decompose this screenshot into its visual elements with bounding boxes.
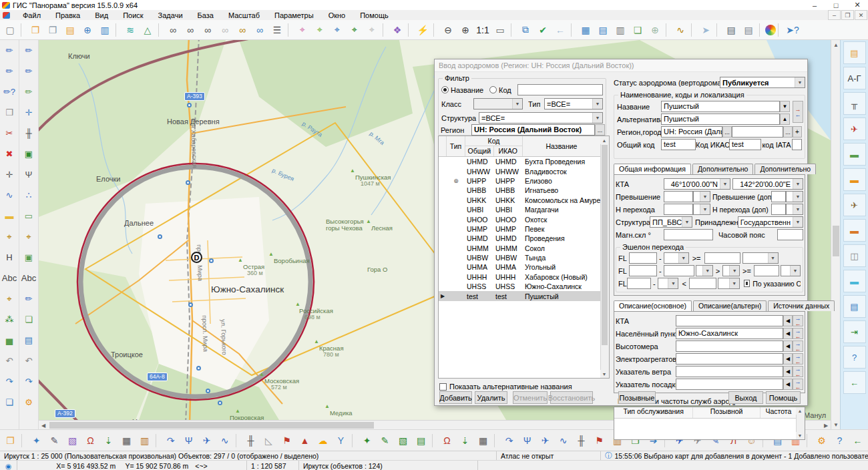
select-database-icon[interactable]: ▤	[594, 22, 612, 38]
transition-add-unit-combo[interactable]: ▼	[786, 204, 803, 215]
filter-search-input[interactable]	[517, 84, 603, 95]
letter-h-icon[interactable]: H	[0, 247, 19, 268]
create-by-type-icon[interactable]: ✏?	[0, 81, 19, 102]
excel-to-db-icon[interactable]: ⇥	[843, 320, 866, 343]
undo-icon[interactable]: ↶	[0, 350, 19, 371]
airport-row[interactable]: UHMDUHMDПроведения	[439, 234, 602, 243]
globe-icon[interactable]: ◉	[0, 461, 17, 470]
export-signs-icon[interactable]: ✎	[376, 432, 394, 449]
mdi-minimize-button[interactable]: –	[828, 10, 841, 20]
route-points-icon[interactable]: ∿	[672, 22, 689, 38]
fl2-value-input[interactable]	[754, 265, 779, 276]
select-green-box-icon[interactable]: ▣	[19, 247, 38, 268]
airport-row[interactable]: UHMAUHMAУгольный	[439, 262, 602, 272]
ovd-checkbox[interactable]	[744, 280, 750, 287]
common-code-input[interactable]: test	[661, 139, 696, 150]
zoom-1-1-icon[interactable]: 1:1	[474, 22, 491, 38]
settings-gear-icon[interactable]: ⚙	[19, 392, 38, 413]
select-map-icon[interactable]: ❏	[629, 22, 646, 38]
callsigns-button[interactable]: Позывные	[618, 391, 656, 404]
delete-object-icon[interactable]: ✖	[0, 144, 19, 164]
fl3-value-input[interactable]	[689, 278, 716, 289]
fl2-unit-combo[interactable]: ▼	[696, 265, 713, 276]
restore-button[interactable]: Восстановить	[550, 391, 593, 404]
map-omega-icon[interactable]: Ω	[438, 432, 456, 449]
chart-bars-icon[interactable]: ▅	[0, 330, 19, 350]
search-previous-icon[interactable]: ∞	[216, 22, 234, 38]
highlight-a-icon[interactable]: ⌖	[0, 226, 19, 247]
menu-file[interactable]: Файл	[15, 11, 48, 19]
layers-icon[interactable]: ≋	[122, 22, 139, 38]
dialog-title[interactable]: Ввод аэродромов (Регион: UH: Россия (Дал…	[435, 59, 807, 72]
help-book-icon[interactable]: ?	[843, 346, 866, 369]
current-scale[interactable]: 1 : 120 587	[247, 461, 299, 470]
transition-unit-combo[interactable]: ▼	[693, 204, 710, 215]
wind-prev-button[interactable]: ◀	[783, 366, 793, 377]
column-icao[interactable]: ИКАО	[494, 146, 523, 156]
color-settings-icon[interactable]	[765, 25, 776, 35]
column-code[interactable]: Код	[465, 136, 522, 146]
fl1-value-unit-combo[interactable]: ▼	[742, 252, 779, 264]
minimize-button[interactable]: –	[804, 0, 825, 10]
cancel-button[interactable]: Отменить	[513, 391, 548, 404]
select-table-icon[interactable]: ▦	[577, 22, 594, 38]
scroll-up-icon[interactable]: ▲	[831, 40, 841, 49]
open-database-icon[interactable]: ▤	[61, 22, 79, 38]
new-document-icon[interactable]: ▢	[1, 22, 19, 38]
node-points-icon[interactable]: ∴	[19, 185, 38, 206]
transition-add-input[interactable]	[771, 204, 786, 215]
kta-lon-combo[interactable]: 142°20'00.00"E▼	[732, 178, 803, 190]
airport-row[interactable]: UHMPUHMPПевек	[439, 224, 602, 234]
region-browse-button[interactable]: ...	[595, 124, 605, 136]
settings-icon[interactable]: ⚙	[813, 432, 831, 449]
airport-row[interactable]: UHMDUHMDБухта Проведения	[439, 157, 602, 166]
city-add-button[interactable]: +	[793, 126, 802, 138]
ownership-combo[interactable]: Государственн▼	[738, 216, 803, 228]
settlement-prev-button[interactable]: ◀	[783, 328, 793, 339]
import-vector-icon[interactable]: ⇣	[99, 432, 118, 449]
exit-door-icon[interactable]: ←	[843, 371, 866, 394]
elevation-add-input[interactable]	[771, 191, 786, 202]
generators-input[interactable]	[676, 353, 783, 365]
desc-kta-sync-button[interactable]: →←	[793, 315, 803, 326]
redo-2-icon[interactable]: ↷	[19, 371, 38, 392]
mdi-restore-button[interactable]: ❐	[841, 10, 854, 20]
confirm-select-icon[interactable]: ✔	[534, 22, 552, 38]
attributes-icon[interactable]: ▥	[612, 22, 629, 38]
fl3-unit-combo[interactable]: ▼	[658, 278, 679, 289]
column-frequency[interactable]: Частота	[761, 407, 797, 418]
highlight-polygon-icon[interactable]: ⌖	[311, 22, 329, 38]
timezone-input[interactable]	[777, 229, 803, 240]
fl2-from-input[interactable]	[629, 265, 657, 276]
create-graph-icon[interactable]: ✏	[19, 288, 38, 309]
export-db-icon[interactable]: ▤	[412, 432, 430, 449]
delete-button[interactable]: Удалить	[475, 391, 507, 404]
print-icon[interactable]: ▤	[722, 22, 740, 38]
zoom-in-icon[interactable]: ⊕	[457, 22, 474, 38]
import-fork-icon[interactable]: Ψ	[180, 432, 198, 449]
menu-database[interactable]: База	[190, 11, 221, 19]
airport-row[interactable]: UHWWUHWWВладивосток	[439, 166, 602, 176]
pier-dimensions-icon[interactable]: ╥	[843, 92, 866, 115]
runway-orange-icon[interactable]: ▬	[843, 168, 866, 191]
import-signs-icon[interactable]: ✎	[45, 432, 63, 449]
redo-icon[interactable]: ↷	[0, 371, 19, 392]
map-composition-icon[interactable]: △	[139, 22, 156, 38]
runway-pair-icon[interactable]: ▭	[19, 206, 38, 226]
menu-search[interactable]: Поиск	[116, 11, 150, 19]
import-antenna-icon[interactable]: Y	[332, 432, 350, 449]
scroll-down-icon[interactable]: ▼	[600, 370, 608, 378]
fl1-unit-combo[interactable]: ▼	[664, 252, 689, 264]
structure-combo[interactable]: =ВСЕ=▼	[479, 112, 603, 124]
scroll-up-icon[interactable]: ▲	[796, 407, 804, 415]
edit-polyline-icon[interactable]: ∿	[0, 185, 19, 206]
menu-help[interactable]: Помощь	[353, 11, 396, 19]
acn-pcn-icon[interactable]: ✈	[843, 118, 866, 140]
maximize-button[interactable]: □	[825, 0, 847, 10]
scroll-right-icon[interactable]: ▶	[821, 421, 831, 430]
ruler-icon[interactable]: ▬	[0, 206, 19, 226]
wind-indicator-input[interactable]	[676, 366, 783, 377]
scroll-down-icon[interactable]: ▼	[831, 420, 841, 429]
pan-window-icon[interactable]: ⧉	[517, 22, 534, 38]
help-button[interactable]: Помощь	[766, 391, 801, 404]
